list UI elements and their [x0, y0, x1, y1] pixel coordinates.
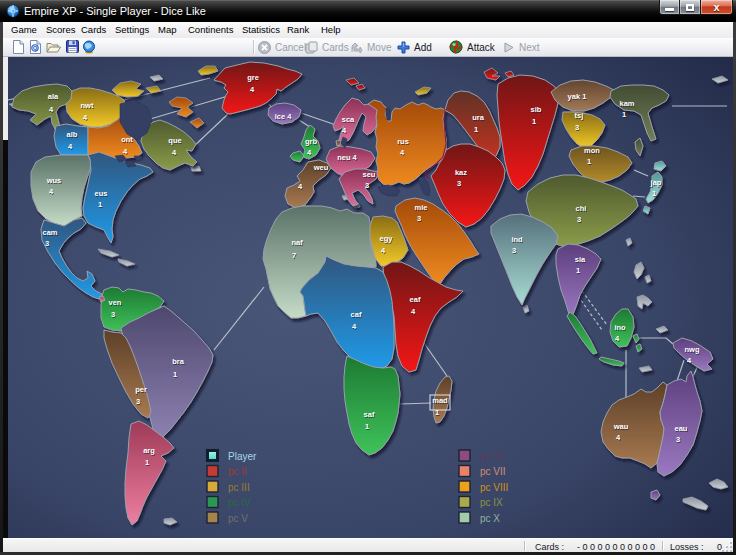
resize-grip[interactable] [721, 541, 732, 552]
menu-bar: GameScoresCardsSettingsMapContinentsStat… [3, 22, 733, 38]
legend-label: pc VII [480, 466, 506, 477]
attack-icon-part [449, 40, 463, 54]
app-window: Empire XP - Single Player - Dice Like x … [0, 0, 736, 555]
maximize-button[interactable] [680, 0, 700, 15]
territory-label: 1 [622, 110, 626, 119]
next-button: Next [502, 38, 540, 56]
territory-label: cam [42, 228, 57, 237]
territory-label: sca [342, 115, 355, 124]
menu-item-cards[interactable]: Cards [78, 23, 109, 36]
window-title: Empire XP - Single Player - Dice Like [24, 5, 206, 17]
lake [386, 108, 390, 120]
territory-label: tsj [575, 111, 584, 120]
territory-label: wau [613, 422, 629, 431]
territory-label: nwg [685, 345, 700, 354]
legend-label: pc X [480, 513, 500, 524]
add-icon-part-part [403, 42, 404, 46]
close-button[interactable]: x [700, 0, 733, 15]
territory-label: grb [305, 137, 318, 146]
app-icon [6, 4, 20, 18]
menu-item-continents[interactable]: Continents [185, 23, 236, 36]
save-icon-part-part [69, 50, 76, 51]
territory-label: kam [619, 99, 634, 108]
legend-swatch [207, 481, 218, 492]
next-icon-part [502, 41, 515, 54]
territory-label: 7 [292, 251, 296, 260]
save-button[interactable] [64, 39, 81, 56]
legend-swatch [459, 466, 470, 477]
territory-label: alb [67, 130, 78, 139]
next-icon-part-part [505, 43, 513, 52]
globe-button[interactable] [80, 39, 97, 56]
world-map: alaala44nwtnwt44albalb44ontont44queque44… [3, 57, 733, 538]
territory-label: mad [432, 396, 448, 405]
print-preview-icon-part-part [37, 40, 41, 44]
next-icon [502, 41, 515, 54]
map-area[interactable]: alaala44nwtnwt44albalb44ontont44queque44… [3, 57, 733, 538]
cards-button-part: Cards [322, 42, 349, 53]
new-document-icon-part-part [14, 40, 24, 53]
territory-label: jap [650, 178, 662, 187]
territory-label: chi [576, 204, 587, 213]
title-bar[interactable]: Empire XP - Single Player - Dice Like x [0, 0, 736, 22]
add-button[interactable]: Add [397, 38, 432, 56]
legend-swatch [207, 466, 218, 477]
maximize-button-part-part [686, 4, 694, 11]
territory-label: bra [172, 357, 185, 366]
territory-label: egy [380, 234, 394, 243]
legend-label: pc VIII [480, 482, 508, 493]
menu-item-game[interactable]: Game [8, 23, 40, 36]
cancel-button: Cancel [258, 38, 306, 56]
territory-label: yak 1 [568, 92, 587, 101]
open-folder-icon-part [46, 41, 61, 53]
menu-item-map[interactable]: Map [155, 23, 179, 36]
menu-item-scores[interactable]: Scores [43, 23, 79, 36]
add-icon [397, 41, 410, 54]
resize-grip-part [726, 546, 728, 548]
legend-label: pc II [228, 466, 247, 477]
territory-label: eaf [410, 295, 421, 304]
open-folder-icon-part-part [47, 47, 61, 52]
status-bar: Cards : -0000000000 Losses : 0 [3, 538, 733, 552]
territory-label: sia [575, 255, 586, 264]
menu-item-statistics[interactable]: Statistics [239, 23, 283, 36]
attack-button[interactable]: Attack [449, 38, 495, 56]
territory-label: 3 [111, 310, 115, 319]
territory-label: 1 [474, 125, 478, 134]
new-document-icon [12, 40, 25, 56]
territory-den[interactable] [336, 140, 341, 146]
territory-label: per [135, 385, 147, 394]
maximize-button-part [680, 0, 700, 14]
menu-item-settings[interactable]: Settings [112, 23, 152, 36]
statusbar-separator [524, 541, 525, 551]
territory-label: 3 [577, 215, 581, 224]
territory-label: ino [614, 323, 626, 332]
territory-label: saf [364, 410, 375, 419]
legend-label: pc IV [228, 497, 251, 508]
territory-label: seu [363, 170, 376, 179]
territory-label: 1 [435, 408, 439, 417]
menu-item-rank[interactable]: Rank [284, 23, 312, 36]
territory-label: 1 [365, 422, 369, 431]
legend-swatch [459, 481, 470, 492]
app-icon-part [7, 5, 19, 17]
globe-icon-part [82, 40, 96, 54]
minimize-button[interactable] [659, 0, 680, 15]
map-left-strip-dark [3, 140, 8, 538]
print-preview-icon-part-part: Q [33, 45, 38, 51]
new-document-button[interactable] [10, 39, 27, 56]
menu-item-help[interactable]: Help [318, 23, 344, 36]
cancel-button-part: Cancel [275, 42, 306, 53]
close-icon: x [701, 0, 732, 14]
territory-label: neu 4 [337, 153, 357, 162]
open-folder-button[interactable] [45, 39, 62, 56]
cancel-icon [258, 41, 271, 54]
save-icon [66, 40, 79, 55]
territory-label: 3 [457, 179, 461, 188]
statusbar-separator [662, 541, 663, 551]
legend-label: pc V [228, 513, 248, 524]
territory-label: ind [511, 235, 523, 244]
territory-label: ice 4 [275, 112, 293, 121]
print-preview-button[interactable]: Q [27, 39, 44, 56]
territory-label: 1 [98, 200, 102, 209]
